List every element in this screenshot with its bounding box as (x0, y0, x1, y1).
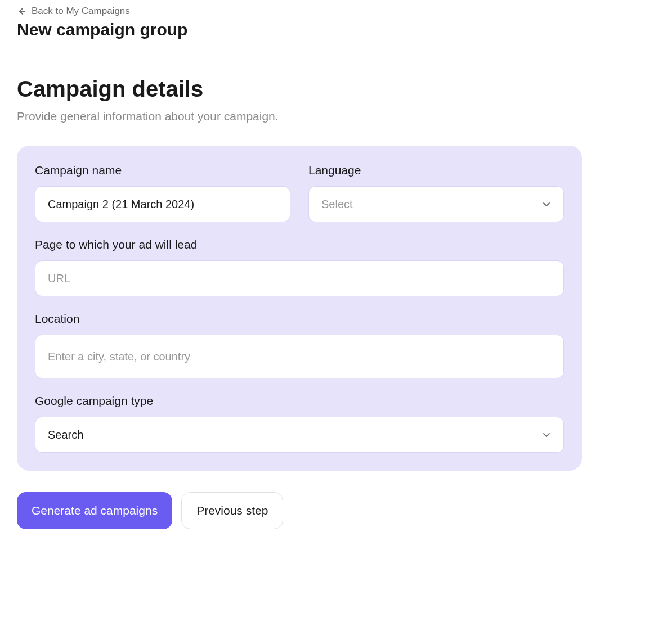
action-row: Generate ad campaigns Previous step (17, 492, 655, 529)
campaign-name-label: Campaign name (35, 164, 290, 177)
campaign-name-input[interactable] (35, 186, 290, 222)
section-title: Campaign details (17, 76, 655, 102)
language-select[interactable]: Select (308, 186, 564, 222)
section-subtitle: Provide general information about your c… (17, 110, 655, 123)
campaign-type-select[interactable]: Search (35, 417, 564, 453)
previous-step-button[interactable]: Previous step (181, 492, 283, 529)
location-input[interactable] (35, 335, 564, 378)
language-label: Language (308, 164, 564, 177)
page-url-input[interactable] (35, 260, 564, 296)
campaign-type-field: Google campaign type Search (35, 394, 564, 453)
campaign-type-label: Google campaign type (35, 394, 564, 408)
page-url-field: Page to which your ad will lead (35, 238, 564, 296)
page-header: Back to My Campaigns New campaign group (0, 0, 672, 51)
arrow-left-icon (17, 7, 26, 16)
form-card: Campaign name Language Select Page to wh… (17, 146, 582, 471)
back-link[interactable]: Back to My Campaigns (17, 6, 130, 17)
main-content: Campaign details Provide general informa… (0, 51, 672, 546)
page-title: New campaign group (17, 20, 655, 39)
location-field: Location (35, 312, 564, 378)
page-url-label: Page to which your ad will lead (35, 238, 564, 251)
back-link-label: Back to My Campaigns (32, 6, 130, 17)
language-field: Language Select (308, 164, 564, 222)
generate-button[interactable]: Generate ad campaigns (17, 492, 172, 529)
location-label: Location (35, 312, 564, 326)
campaign-name-field: Campaign name (35, 164, 290, 222)
